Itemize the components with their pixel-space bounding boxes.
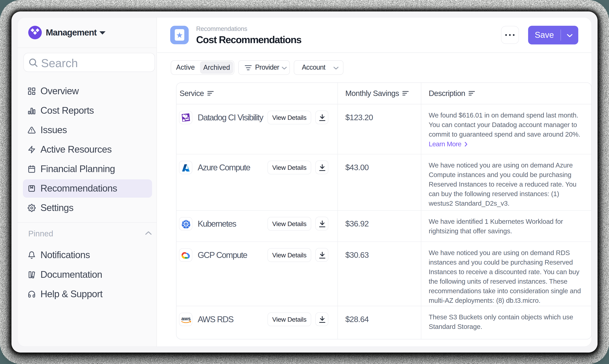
- svg-text:aws: aws: [181, 316, 191, 322]
